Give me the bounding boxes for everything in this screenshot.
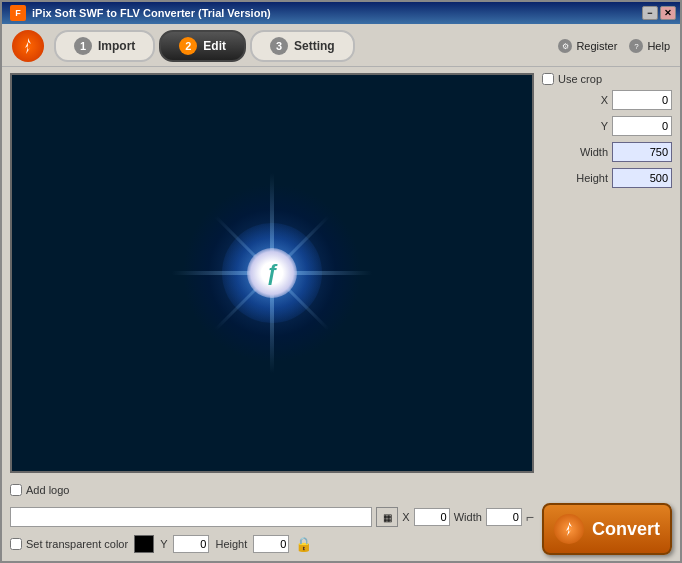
- add-logo-checkbox-label[interactable]: Add logo: [10, 484, 69, 496]
- lock-icon: 🔒: [295, 536, 312, 552]
- logo-height-label: Height: [215, 538, 247, 550]
- tab-setting-num: 3: [270, 37, 288, 55]
- color-swatch[interactable]: [134, 535, 154, 553]
- minimize-button[interactable]: −: [642, 6, 658, 20]
- logo-y-label: Y: [160, 538, 167, 550]
- transparent-row: Set transparent color Y Height 🔒: [10, 533, 534, 555]
- spacer: [542, 193, 672, 499]
- flash-f-letter: ƒ: [266, 262, 278, 284]
- window-title: iPix Soft SWF to FLV Converter (Trial Ve…: [32, 7, 271, 19]
- crop-x-label: X: [568, 94, 608, 106]
- add-logo-row: Add logo: [10, 479, 534, 501]
- logo-y-input[interactable]: [173, 535, 209, 553]
- convert-icon: [554, 514, 584, 544]
- use-crop-checkbox[interactable]: [542, 73, 554, 85]
- header-actions: ⚙ Register ? Help: [558, 39, 670, 53]
- title-bar-text: F iPix Soft SWF to FLV Converter (Trial …: [10, 5, 271, 21]
- logo-width-input[interactable]: [486, 508, 522, 526]
- link-icon: ⌐: [526, 509, 534, 525]
- crop-header: Use crop: [542, 73, 672, 85]
- tab-setting[interactable]: 3 Setting: [250, 30, 355, 62]
- logo-file-row: ▦ X Width ⌐: [10, 507, 534, 527]
- crop-y-row: Y: [542, 115, 672, 137]
- logo-x-input[interactable]: [414, 508, 450, 526]
- tab-import-num: 1: [74, 37, 92, 55]
- logo-x-label: X: [402, 511, 409, 523]
- browse-button[interactable]: ▦: [376, 507, 398, 527]
- crop-x-input[interactable]: [612, 90, 672, 110]
- help-action[interactable]: ? Help: [629, 39, 670, 53]
- crop-y-input[interactable]: [612, 116, 672, 136]
- crop-width-label: Width: [568, 146, 608, 158]
- app-window: F iPix Soft SWF to FLV Converter (Trial …: [0, 0, 682, 563]
- convert-label: Convert: [592, 519, 660, 540]
- logo-file-input[interactable]: [10, 507, 372, 527]
- help-icon: ?: [629, 39, 643, 53]
- crop-height-row: Height: [542, 167, 672, 189]
- add-logo-checkbox[interactable]: [10, 484, 22, 496]
- crop-x-row: X: [542, 89, 672, 111]
- title-controls: − ✕: [642, 6, 676, 20]
- tab-import-label: Import: [98, 39, 135, 53]
- transparent-checkbox[interactable]: [10, 538, 22, 550]
- app-logo: [12, 30, 44, 62]
- register-icon: ⚙: [558, 39, 572, 53]
- crop-height-label: Height: [568, 172, 608, 184]
- logo-height-input[interactable]: [253, 535, 289, 553]
- convert-section: Convert: [542, 503, 672, 555]
- flash-icon: ƒ: [247, 248, 297, 298]
- transparent-checkbox-label[interactable]: Set transparent color: [10, 538, 128, 550]
- add-logo-label: Add logo: [26, 484, 69, 496]
- close-button[interactable]: ✕: [660, 6, 676, 20]
- help-label: Help: [647, 40, 670, 52]
- crop-y-label: Y: [568, 120, 608, 132]
- tab-setting-label: Setting: [294, 39, 335, 53]
- main-content: ƒ Add logo ▦ X Width ⌐: [2, 67, 680, 561]
- tab-import[interactable]: 1 Import: [54, 30, 155, 62]
- preview-canvas: ƒ: [10, 73, 534, 473]
- tab-bar: 1 Import 2 Edit 3 Setting: [54, 30, 355, 62]
- app-icon: F: [10, 5, 26, 21]
- transparent-label: Set transparent color: [26, 538, 128, 550]
- convert-button[interactable]: Convert: [542, 503, 672, 555]
- header: 1 Import 2 Edit 3 Setting ⚙ Register ?: [2, 24, 680, 67]
- tab-edit-label: Edit: [203, 39, 226, 53]
- register-action[interactable]: ⚙ Register: [558, 39, 617, 53]
- crop-section: Use crop X Y Width Height: [542, 73, 672, 189]
- tab-edit-num: 2: [179, 37, 197, 55]
- title-bar: F iPix Soft SWF to FLV Converter (Trial …: [2, 2, 680, 24]
- browse-icon: ▦: [383, 512, 392, 523]
- crop-width-input[interactable]: [612, 142, 672, 162]
- use-crop-label[interactable]: Use crop: [558, 73, 602, 85]
- tab-edit[interactable]: 2 Edit: [159, 30, 246, 62]
- logo-width-label: Width: [454, 511, 482, 523]
- crop-width-row: Width: [542, 141, 672, 163]
- right-panel: Use crop X Y Width Height: [542, 73, 672, 555]
- register-label: Register: [576, 40, 617, 52]
- crop-height-input[interactable]: [612, 168, 672, 188]
- preview-area: ƒ Add logo ▦ X Width ⌐: [10, 73, 534, 555]
- use-crop-text: Use crop: [558, 73, 602, 85]
